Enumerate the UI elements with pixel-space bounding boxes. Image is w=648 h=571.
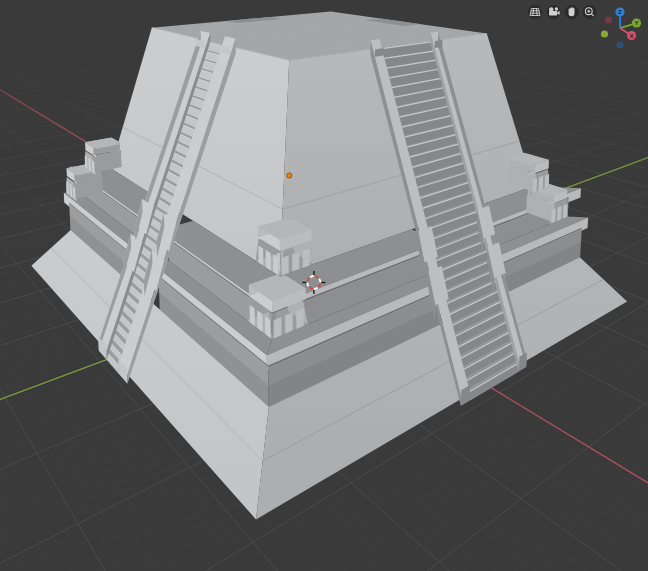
svg-text:Z: Z: [618, 8, 622, 15]
